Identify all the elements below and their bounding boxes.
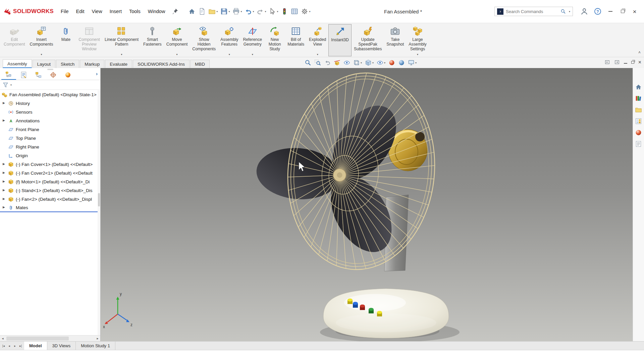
menu-insert[interactable]: Insert xyxy=(106,6,125,17)
next-window-icon[interactable] xyxy=(614,59,620,65)
scrollbar-track[interactable] xyxy=(6,337,95,341)
previous-window-icon[interactable] xyxy=(604,59,610,65)
graphics-viewport[interactable]: x y z xyxy=(101,68,633,341)
tab-layout[interactable]: Layout xyxy=(33,60,56,68)
tab-dimxpert-manager[interactable] xyxy=(46,70,60,80)
tab-model[interactable]: Model xyxy=(24,342,47,350)
tree-item-front-plane[interactable]: Front Plane xyxy=(0,125,98,134)
ribbon-button-move-component[interactable]: Move Component ▾ xyxy=(164,24,190,56)
ribbon-button-smart-fasteners[interactable]: Smart Fasteners xyxy=(141,24,164,56)
dynamic-annotation-views-button[interactable] xyxy=(342,59,351,67)
ribbon-button-large-assembly-settings[interactable]: Large Assembly Settings ▾ xyxy=(406,24,429,56)
save-dropdown-caret[interactable]: ▾ xyxy=(228,10,230,13)
expand-arrow-icon[interactable]: ▶ xyxy=(3,188,5,192)
last-tab-button[interactable]: ▸| xyxy=(18,344,23,348)
appearances-scenes-button[interactable] xyxy=(635,128,643,136)
expand-arrow-icon[interactable]: ▶ xyxy=(3,197,5,200)
menu-window[interactable]: Window xyxy=(144,6,169,17)
ribbon-button-show-hidden-components[interactable]: Show Hidden Components xyxy=(190,24,218,56)
window-restore-button[interactable] xyxy=(616,6,629,16)
tree-item-annotations[interactable]: ▶ Annotations xyxy=(0,116,98,125)
search-icon[interactable] xyxy=(560,9,566,14)
print-dropdown-caret[interactable]: ▾ xyxy=(240,10,242,13)
tree-item-top-plane[interactable]: Top Plane xyxy=(0,134,98,142)
tab-assembly[interactable]: Assembly xyxy=(3,59,32,68)
search-input[interactable] xyxy=(506,9,558,14)
display-style-button[interactable]: ▾ xyxy=(352,59,363,67)
tab-configuration-manager[interactable] xyxy=(31,70,46,80)
tree-item-root[interactable]: Fan Assembled (Default) <Display State-1… xyxy=(0,90,98,99)
ribbon-button-exploded-view[interactable]: Exploded View ▾ xyxy=(307,24,328,56)
reference-geometry-caret[interactable]: ▾ xyxy=(240,53,264,56)
tree-item-right-plane[interactable]: Right Plane xyxy=(0,142,98,151)
ribbon-button-mate[interactable]: Mate xyxy=(55,24,76,56)
search-dropdown-caret[interactable]: ▾ xyxy=(569,10,570,13)
tree-item-fan-2[interactable]: ▶ (-) Fan<2> (Default) <<Default>_Displ xyxy=(0,195,98,203)
open-dropdown-caret[interactable]: ▾ xyxy=(216,10,218,13)
tab-mbd[interactable]: MBD xyxy=(190,60,210,68)
ribbon-button-insert-components[interactable]: Insert Components ▾ xyxy=(28,24,56,56)
pin-menu-icon[interactable] xyxy=(171,8,179,15)
exploded-view-caret[interactable]: ▾ xyxy=(307,53,328,56)
help-button[interactable] xyxy=(591,7,604,15)
filter-caret[interactable]: ▾ xyxy=(10,83,12,86)
view-palette-button[interactable] xyxy=(635,117,643,125)
save-button[interactable]: ▾ xyxy=(219,7,231,16)
tab-evaluate[interactable]: Evaluate xyxy=(105,60,132,68)
tree-item-motor-1[interactable]: ▶ (f) Motor<1> (Default) <<Default>_Di xyxy=(0,177,98,186)
custom-properties-button[interactable] xyxy=(635,140,643,148)
document-close-button[interactable]: × xyxy=(638,60,641,65)
next-tab-button[interactable]: ▸ xyxy=(12,344,17,348)
expand-arrow-icon[interactable]: ▶ xyxy=(3,205,5,209)
expand-arrow-icon[interactable]: ▶ xyxy=(3,180,5,183)
first-tab-button[interactable]: |◂ xyxy=(1,344,6,348)
filter-funnel-icon[interactable] xyxy=(2,82,9,88)
redo-button[interactable]: ▾ xyxy=(255,7,267,16)
view-settings-caret[interactable]: ▾ xyxy=(415,61,417,64)
tab-featuremanager-design-tree[interactable] xyxy=(1,70,16,80)
ribbon-button-instant3d[interactable]: Instant3D xyxy=(328,24,352,56)
ribbon-button-take-snapshot[interactable]: Take Snapshot xyxy=(384,24,406,56)
ribbon-button-edit-component[interactable]: Edit Component xyxy=(1,24,28,56)
tab-display-manager[interactable] xyxy=(60,70,75,80)
view-settings-button[interactable]: ▾ xyxy=(407,59,418,67)
linear-component-pattern-caret[interactable]: ▾ xyxy=(102,53,141,56)
new-document-button[interactable] xyxy=(197,7,207,16)
tree-item-stand-1[interactable]: ▶ (-) Stand<1> (Default) <<Default>_Dis xyxy=(0,186,98,195)
redo-dropdown-caret[interactable]: ▾ xyxy=(265,10,266,13)
tab-markup[interactable]: Markup xyxy=(80,60,104,68)
search-scope-chip[interactable]: › xyxy=(497,8,503,15)
ribbon-button-assembly-features[interactable]: Assembly Features ▾ xyxy=(218,24,240,56)
scrollbar-thumb[interactable] xyxy=(98,193,100,206)
edit-appearance-button[interactable] xyxy=(387,59,396,67)
zoom-to-fit-button[interactable] xyxy=(304,59,312,67)
undo-button[interactable]: ▾ xyxy=(243,7,255,16)
tree-item-mates[interactable]: ▶ Mates xyxy=(0,203,98,212)
open-button[interactable]: ▾ xyxy=(207,7,219,16)
window-minimize-button[interactable] xyxy=(604,6,616,16)
menu-view[interactable]: View xyxy=(88,6,106,17)
file-properties-button[interactable] xyxy=(289,7,300,16)
move-component-caret[interactable]: ▾ xyxy=(164,53,190,56)
apply-scene-button[interactable] xyxy=(397,59,406,67)
menu-tools[interactable]: Tools xyxy=(125,6,144,17)
home-button[interactable] xyxy=(187,7,197,16)
file-explorer-button[interactable] xyxy=(635,106,643,114)
zoom-to-area-button[interactable] xyxy=(313,59,322,67)
ribbon-button-new-motion-study[interactable]: New Motion Study xyxy=(264,24,285,56)
hide-show-items-button[interactable]: ▾ xyxy=(364,59,375,67)
menu-edit[interactable]: Edit xyxy=(72,6,88,17)
panel-splitter-grip[interactable] xyxy=(47,69,53,70)
scroll-left-arrow[interactable]: ◂ xyxy=(0,337,5,340)
tab-3d-views[interactable]: 3D Views xyxy=(47,342,76,350)
tree-item-fan-cover2-1[interactable]: ▶ (-) Fan Cover2<1> (Default) <<Default xyxy=(0,169,98,177)
expand-arrow-icon[interactable]: ▶ xyxy=(3,101,5,105)
expand-arrow-icon[interactable]: ▶ xyxy=(3,119,5,122)
display-style-caret[interactable]: ▾ xyxy=(361,61,362,64)
large-assembly-settings-caret[interactable]: ▾ xyxy=(406,53,429,56)
options-button[interactable]: ▾ xyxy=(300,7,312,16)
options-dropdown-caret[interactable]: ▾ xyxy=(309,10,310,13)
assembly-features-caret[interactable]: ▾ xyxy=(218,53,240,56)
hide-show-items-caret[interactable]: ▾ xyxy=(372,61,374,64)
previous-tab-button[interactable]: ◂ xyxy=(7,344,12,348)
